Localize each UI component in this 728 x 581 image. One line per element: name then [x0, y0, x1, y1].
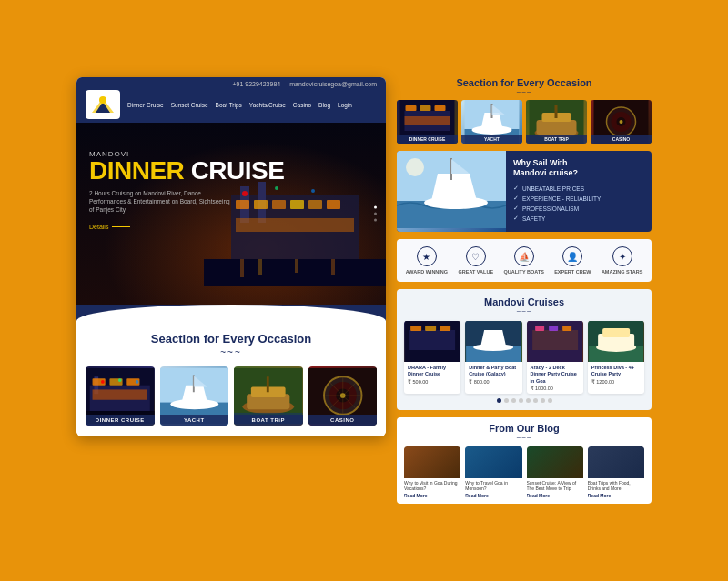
right-yacht-label: YACHT	[461, 135, 522, 144]
svg-rect-71	[555, 105, 558, 118]
blog-read-3[interactable]: Read More	[527, 493, 583, 498]
nav-links: Dinner Cruise Sunset Cruise Boat Trips Y…	[127, 102, 352, 108]
hero-details-button[interactable]: Details	[89, 224, 284, 230]
blog-card-4[interactable]: Boat Trips with Food, Drinks and More Re…	[588, 446, 644, 498]
blog-card-2[interactable]: Why to Travel Goa in Monsoon? Read More	[465, 446, 521, 498]
svg-point-31	[101, 380, 105, 384]
award-icon: ★	[417, 246, 437, 266]
svg-rect-86	[410, 326, 421, 331]
badge-amazing-label: AMAZING STARS	[602, 269, 642, 275]
right-card-boat[interactable]: BOAT TRiP	[526, 100, 587, 144]
svg-point-32	[118, 378, 122, 382]
why-sail-content: Why Sail With Mandovi cruise? ✓ UNBEATAB…	[506, 151, 652, 232]
check-icon-2: ✓	[513, 195, 519, 202]
svg-rect-85	[410, 330, 455, 350]
cruise-card-3[interactable]: Arady - 2 Deck Dinner Party Cruise in Go…	[527, 321, 583, 393]
svg-rect-13	[327, 200, 340, 209]
cruise-card-4[interactable]: Princess Diva - 4+ Cruise Party ₹ 1200.0…	[588, 321, 644, 393]
cruise-price-1: ₹ 500.00	[408, 379, 457, 385]
cruise-card-1[interactable]: DHARA - Family Dinner Cruise ₹ 500.00	[404, 321, 460, 393]
nav-boat-trips[interactable]: Boat Trips	[216, 102, 242, 108]
svg-rect-60	[405, 116, 450, 125]
check-icon-1: ✓	[513, 185, 519, 192]
nav-contact: +91 9229423984 mandovicruisegoa@gmail.co…	[86, 81, 377, 90]
cruise-img-2	[465, 321, 521, 362]
blog-read-1[interactable]: Read More	[404, 493, 460, 498]
occasion-card-boat[interactable]: BOAT TRiP	[234, 366, 303, 426]
why-sail-yacht-svg	[397, 151, 506, 228]
blog-card-3[interactable]: Sunset Cruise: A View of The Best Move t…	[527, 446, 583, 498]
nav-casino[interactable]: Casino	[293, 102, 311, 108]
expert-icon: 👤	[562, 246, 582, 266]
badge-value-label: GREAT VALUE	[458, 269, 493, 275]
svg-rect-29	[93, 390, 147, 400]
cruise-price-4: ₹ 1200.00	[592, 379, 641, 385]
cruise-title-3: Arady - 2 Deck Dinner Party Cruise in Go…	[531, 365, 580, 384]
cruise-title-4: Princess Diva - 4+ Cruise Party	[592, 365, 641, 377]
blog-text-1: Why to Visit in Goa During Vacations?	[404, 480, 460, 492]
badges-row: ★ AWARD WINNING ♡ GREAT VALUE ⛵ QUALITY …	[397, 239, 652, 282]
section-occasion: Seaction for Every Occasion ~~~	[76, 321, 386, 436]
hero-dot-1[interactable]	[374, 206, 377, 209]
blog-section: From Our Blog ~~~ Why to Visit in Goa Du…	[397, 417, 652, 504]
cruises-section: Mandovi Cruises ~~~ DHARA - Family Dinne…	[397, 289, 652, 409]
right-occasion-section: Seaction for Every Occasion ~~~	[397, 77, 652, 144]
blog-grid: Why to Visit in Goa During Vacations? Re…	[404, 446, 644, 498]
svg-point-3	[99, 96, 106, 104]
nav-blog[interactable]: Blog	[318, 102, 330, 108]
cruise-dot-8[interactable]	[548, 398, 552, 403]
quality-icon: ⛵	[514, 246, 534, 266]
logo-icon	[88, 93, 117, 116]
blog-read-2[interactable]: Read More	[465, 493, 521, 498]
svg-rect-97	[562, 326, 571, 331]
hero-btn-line	[112, 226, 130, 227]
occasion-card-dinner[interactable]: DINNER CRUISE	[86, 366, 155, 426]
svg-rect-69	[537, 120, 577, 135]
cruise-dot-1[interactable]	[497, 398, 501, 403]
badge-quality: ⛵ QUALITY BOATS	[503, 246, 543, 275]
hero-dot-3[interactable]	[374, 219, 377, 222]
right-card-casino[interactable]: CASINO	[591, 100, 652, 144]
cruise-dot-4[interactable]	[519, 398, 523, 403]
svg-rect-11	[290, 200, 304, 209]
hero-slide-dots	[374, 206, 377, 222]
blog-img-2	[465, 446, 521, 478]
right-card-dinner[interactable]: DINNER CRUISE	[397, 100, 458, 144]
nav-yachts[interactable]: Yachts/Cruise	[249, 102, 286, 108]
right-occasion-wave: ~~~	[397, 88, 652, 96]
svg-point-33	[136, 380, 139, 384]
occasion-card-casino[interactable]: CASINO	[308, 366, 378, 426]
cruise-dot-7[interactable]	[541, 398, 545, 403]
cruise-dot-5[interactable]	[526, 398, 531, 403]
nav-login[interactable]: Login	[338, 102, 352, 108]
blog-card-1[interactable]: Why to Visit in Goa During Vacations? Re…	[404, 446, 460, 498]
cruise-dot-3[interactable]	[511, 398, 516, 403]
wave-divider	[76, 305, 386, 321]
right-panel: Seaction for Every Occasion ~~~	[397, 77, 652, 503]
cruise-dot-6[interactable]	[533, 398, 538, 403]
nav-sunset-cruise[interactable]: Sunset Cruise	[171, 102, 208, 108]
svg-rect-17	[258, 259, 262, 275]
left-panel: +91 9229423984 mandovicruisegoa@gmail.co…	[76, 77, 386, 436]
badge-quality-label: QUALITY BOATS	[503, 269, 543, 275]
logo-box[interactable]	[86, 90, 120, 119]
right-card-yacht[interactable]: YACHT	[461, 100, 522, 144]
hero-dot-2[interactable]	[374, 213, 377, 215]
occasion-card-yacht[interactable]: YACHT	[160, 366, 229, 426]
nav-dinner-cruise[interactable]: Dinner Cruise	[127, 102, 164, 108]
svg-rect-87	[425, 326, 436, 331]
cruise-dot-2[interactable]	[504, 398, 509, 403]
svg-rect-16	[240, 259, 244, 277]
blog-img-1	[404, 446, 460, 478]
svg-rect-94	[532, 330, 578, 350]
cruise-card-2[interactable]: Dinner & Party Boat Cruise (Galaxy) ₹ 80…	[465, 321, 521, 393]
blog-read-4[interactable]: Read More	[588, 493, 644, 498]
badge-expert: 👤 EXPERT CREW	[554, 246, 591, 275]
cruises-title: Mandovi Cruises	[404, 296, 644, 307]
blog-wave: ~~~	[404, 434, 644, 442]
cruise-price-3: ₹ 1000.00	[531, 386, 580, 391]
occasion-wave: ~~~	[86, 347, 377, 357]
casino-label: CASINO	[308, 415, 378, 426]
svg-rect-58	[420, 105, 431, 111]
amazing-icon: ✦	[612, 246, 632, 266]
